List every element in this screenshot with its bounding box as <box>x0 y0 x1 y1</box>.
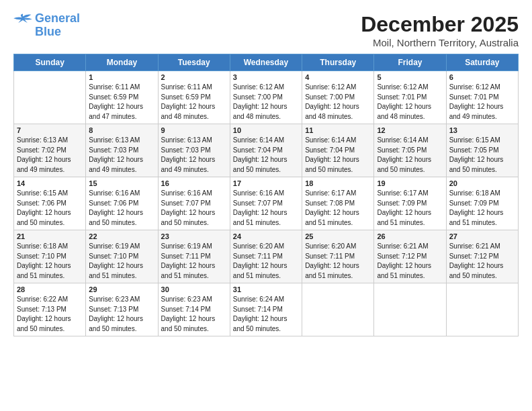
day-number: 20 <box>449 179 515 187</box>
week-row-3: 14Sunrise: 6:15 AM Sunset: 7:06 PM Dayli… <box>14 177 519 230</box>
week-row-1: 1Sunrise: 6:11 AM Sunset: 6:59 PM Daylig… <box>14 71 519 124</box>
day-number: 31 <box>233 285 299 293</box>
main-title: December 2025 <box>361 12 519 37</box>
day-info: Sunrise: 6:14 AM Sunset: 7:05 PM Dayligh… <box>377 136 443 175</box>
day-number: 12 <box>377 126 443 134</box>
calendar-cell: 31Sunrise: 6:24 AM Sunset: 7:14 PM Dayli… <box>230 283 302 336</box>
day-info: Sunrise: 6:12 AM Sunset: 7:01 PM Dayligh… <box>377 83 443 122</box>
day-number: 2 <box>161 73 227 81</box>
day-info: Sunrise: 6:12 AM Sunset: 7:01 PM Dayligh… <box>449 83 515 122</box>
calendar-cell <box>14 71 86 124</box>
day-info: Sunrise: 6:15 AM Sunset: 7:05 PM Dayligh… <box>449 136 515 175</box>
calendar-cell: 19Sunrise: 6:17 AM Sunset: 7:09 PM Dayli… <box>374 177 446 230</box>
day-info: Sunrise: 6:14 AM Sunset: 7:04 PM Dayligh… <box>305 136 371 175</box>
day-info: Sunrise: 6:11 AM Sunset: 6:59 PM Dayligh… <box>161 83 227 122</box>
day-info: Sunrise: 6:17 AM Sunset: 7:08 PM Dayligh… <box>305 189 371 228</box>
day-info: Sunrise: 6:20 AM Sunset: 7:11 PM Dayligh… <box>233 242 299 281</box>
day-number: 30 <box>161 285 227 293</box>
calendar-cell <box>374 283 446 336</box>
day-header-saturday: Saturday <box>446 54 518 71</box>
day-info: Sunrise: 6:18 AM Sunset: 7:10 PM Dayligh… <box>17 242 83 281</box>
day-number: 24 <box>233 232 299 240</box>
day-info: Sunrise: 6:13 AM Sunset: 7:03 PM Dayligh… <box>161 136 227 175</box>
day-info: Sunrise: 6:19 AM Sunset: 7:11 PM Dayligh… <box>161 242 227 281</box>
calendar-cell: 22Sunrise: 6:19 AM Sunset: 7:10 PM Dayli… <box>86 230 158 283</box>
day-info: Sunrise: 6:21 AM Sunset: 7:12 PM Dayligh… <box>449 242 515 281</box>
day-info: Sunrise: 6:23 AM Sunset: 7:14 PM Dayligh… <box>161 295 227 334</box>
calendar-cell: 23Sunrise: 6:19 AM Sunset: 7:11 PM Dayli… <box>158 230 230 283</box>
day-number: 26 <box>377 232 443 240</box>
week-row-2: 7Sunrise: 6:13 AM Sunset: 7:02 PM Daylig… <box>14 124 519 177</box>
calendar-cell: 11Sunrise: 6:14 AM Sunset: 7:04 PM Dayli… <box>302 124 374 177</box>
calendar-cell: 18Sunrise: 6:17 AM Sunset: 7:08 PM Dayli… <box>302 177 374 230</box>
day-number: 1 <box>89 73 154 81</box>
day-info: Sunrise: 6:13 AM Sunset: 7:02 PM Dayligh… <box>17 136 83 175</box>
title-area: December 2025 Moil, Northern Territory, … <box>361 12 519 48</box>
day-number: 9 <box>161 126 227 134</box>
calendar-cell: 20Sunrise: 6:18 AM Sunset: 7:09 PM Dayli… <box>446 177 518 230</box>
calendar-cell: 25Sunrise: 6:20 AM Sunset: 7:11 PM Dayli… <box>302 230 374 283</box>
calendar-cell: 10Sunrise: 6:14 AM Sunset: 7:04 PM Dayli… <box>230 124 302 177</box>
week-row-5: 28Sunrise: 6:22 AM Sunset: 7:13 PM Dayli… <box>14 283 519 336</box>
day-info: Sunrise: 6:16 AM Sunset: 7:07 PM Dayligh… <box>233 189 299 228</box>
calendar-cell: 28Sunrise: 6:22 AM Sunset: 7:13 PM Dayli… <box>14 283 86 336</box>
day-number: 4 <box>305 73 371 81</box>
calendar-cell: 9Sunrise: 6:13 AM Sunset: 7:03 PM Daylig… <box>158 124 230 177</box>
calendar-cell: 29Sunrise: 6:23 AM Sunset: 7:13 PM Dayli… <box>86 283 158 336</box>
day-number: 22 <box>89 232 154 240</box>
day-header-thursday: Thursday <box>302 54 374 71</box>
day-number: 19 <box>377 179 443 187</box>
day-number: 21 <box>17 232 83 240</box>
day-number: 8 <box>89 126 154 134</box>
day-number: 11 <box>305 126 371 134</box>
day-number: 5 <box>377 73 443 81</box>
calendar-cell: 2Sunrise: 6:11 AM Sunset: 6:59 PM Daylig… <box>158 71 230 124</box>
day-info: Sunrise: 6:18 AM Sunset: 7:09 PM Dayligh… <box>449 189 515 228</box>
calendar-cell: 24Sunrise: 6:20 AM Sunset: 7:11 PM Dayli… <box>230 230 302 283</box>
day-number: 7 <box>17 126 83 134</box>
header: General Blue December 2025 Moil, Norther… <box>13 12 519 48</box>
day-number: 23 <box>161 232 227 240</box>
calendar-cell <box>302 283 374 336</box>
day-number: 6 <box>449 73 515 81</box>
day-header-sunday: Sunday <box>14 54 86 71</box>
logo-bird-icon <box>13 13 32 25</box>
calendar-cell: 17Sunrise: 6:16 AM Sunset: 7:07 PM Dayli… <box>230 177 302 230</box>
day-number: 27 <box>449 232 515 240</box>
day-info: Sunrise: 6:19 AM Sunset: 7:10 PM Dayligh… <box>89 242 154 281</box>
day-header-friday: Friday <box>374 54 446 71</box>
day-header-wednesday: Wednesday <box>230 54 302 71</box>
day-number: 15 <box>89 179 154 187</box>
day-info: Sunrise: 6:21 AM Sunset: 7:12 PM Dayligh… <box>377 242 443 281</box>
calendar-cell: 15Sunrise: 6:16 AM Sunset: 7:06 PM Dayli… <box>86 177 158 230</box>
day-number: 3 <box>233 73 299 81</box>
calendar-cell: 3Sunrise: 6:12 AM Sunset: 7:00 PM Daylig… <box>230 71 302 124</box>
day-info: Sunrise: 6:14 AM Sunset: 7:04 PM Dayligh… <box>233 136 299 175</box>
calendar-cell: 13Sunrise: 6:15 AM Sunset: 7:05 PM Dayli… <box>446 124 518 177</box>
calendar-cell: 30Sunrise: 6:23 AM Sunset: 7:14 PM Dayli… <box>158 283 230 336</box>
calendar-table: SundayMondayTuesdayWednesdayThursdayFrid… <box>13 54 519 336</box>
subtitle: Moil, Northern Territory, Australia <box>361 37 519 48</box>
page: General Blue December 2025 Moil, Norther… <box>0 0 532 411</box>
day-info: Sunrise: 6:13 AM Sunset: 7:03 PM Dayligh… <box>89 136 154 175</box>
header-row: SundayMondayTuesdayWednesdayThursdayFrid… <box>14 54 519 71</box>
calendar-cell <box>446 283 518 336</box>
calendar-cell: 1Sunrise: 6:11 AM Sunset: 6:59 PM Daylig… <box>86 71 158 124</box>
day-header-tuesday: Tuesday <box>158 54 230 71</box>
day-number: 14 <box>17 179 83 187</box>
calendar-cell: 14Sunrise: 6:15 AM Sunset: 7:06 PM Dayli… <box>14 177 86 230</box>
calendar-cell: 8Sunrise: 6:13 AM Sunset: 7:03 PM Daylig… <box>86 124 158 177</box>
calendar-cell: 7Sunrise: 6:13 AM Sunset: 7:02 PM Daylig… <box>14 124 86 177</box>
day-number: 16 <box>161 179 227 187</box>
day-info: Sunrise: 6:12 AM Sunset: 7:00 PM Dayligh… <box>305 83 371 122</box>
calendar-cell: 16Sunrise: 6:16 AM Sunset: 7:07 PM Dayli… <box>158 177 230 230</box>
day-info: Sunrise: 6:20 AM Sunset: 7:11 PM Dayligh… <box>305 242 371 281</box>
day-info: Sunrise: 6:12 AM Sunset: 7:00 PM Dayligh… <box>233 83 299 122</box>
day-info: Sunrise: 6:16 AM Sunset: 7:06 PM Dayligh… <box>89 189 154 228</box>
logo-text: General <box>35 12 80 26</box>
day-number: 13 <box>449 126 515 134</box>
day-number: 18 <box>305 179 371 187</box>
calendar-cell: 21Sunrise: 6:18 AM Sunset: 7:10 PM Dayli… <box>14 230 86 283</box>
day-info: Sunrise: 6:11 AM Sunset: 6:59 PM Dayligh… <box>89 83 154 122</box>
day-number: 29 <box>89 285 154 293</box>
